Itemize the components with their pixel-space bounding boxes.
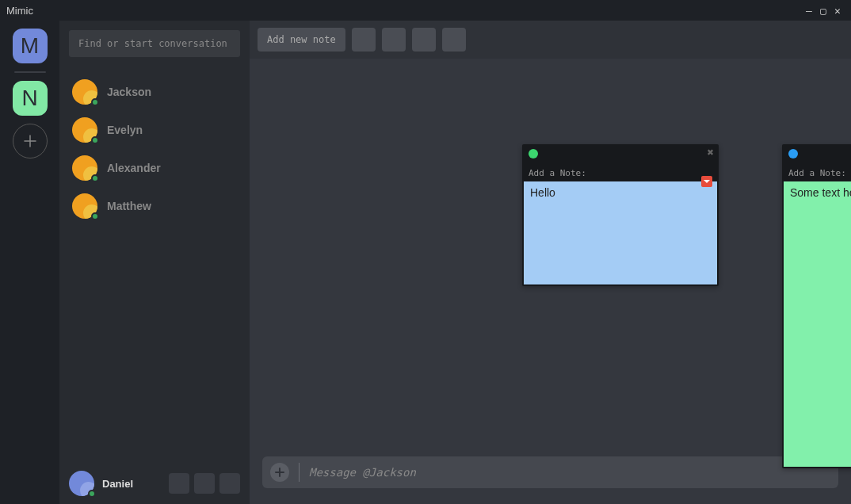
contact-item-matthew[interactable]: Matthew <box>59 187 250 225</box>
status-online-icon <box>91 98 99 106</box>
toolbar-button-4[interactable] <box>442 28 466 52</box>
toolbar: Add new note <box>250 21 851 59</box>
contact-name: Jackson <box>107 86 151 98</box>
status-online-icon <box>91 136 99 144</box>
plus-icon <box>275 468 284 477</box>
toolbar-button-1[interactable] <box>352 28 376 52</box>
note-label: Add a Note: <box>522 163 719 181</box>
contact-name: Evelyn <box>107 124 143 136</box>
note-header[interactable]: ✖ <box>522 144 719 163</box>
plus-icon <box>23 134 37 148</box>
server-divider <box>14 71 46 73</box>
server-badge-m[interactable]: M <box>13 29 48 63</box>
close-icon[interactable]: ✕ <box>830 5 845 17</box>
divider <box>299 463 300 482</box>
toolbar-button-3[interactable] <box>412 28 436 52</box>
note-color-dot-icon <box>529 149 538 158</box>
avatar <box>72 79 97 105</box>
contact-item-alexander[interactable]: Alexander <box>59 149 250 187</box>
sidebar-footer: Daniel <box>59 463 250 504</box>
status-online-icon <box>91 212 99 220</box>
add-note-button[interactable]: Add new note <box>258 28 345 52</box>
contact-name: Alexander <box>107 162 161 174</box>
avatar <box>72 155 97 181</box>
avatar <box>72 117 97 143</box>
toolbar-button-2[interactable] <box>382 28 406 52</box>
note-color-dot-icon <box>788 149 798 158</box>
status-online-icon <box>88 490 96 498</box>
maximize-icon[interactable]: ▢ <box>816 5 830 17</box>
note-header[interactable]: ✖ <box>782 144 851 163</box>
note-color-dropdown[interactable] <box>701 176 712 187</box>
contact-name: Matthew <box>107 200 151 212</box>
note-card[interactable]: ✖ Add a Note: Hello <box>522 144 719 286</box>
sidebar: Jackson Evelyn Alexander <box>59 21 250 504</box>
server-badge-n[interactable]: N <box>13 81 48 116</box>
note-textarea[interactable]: Some text here <box>784 181 851 467</box>
search-input[interactable] <box>69 30 240 57</box>
avatar <box>69 471 94 496</box>
note-label: Add a Note: <box>782 163 851 181</box>
main-area: Add new note ✖ Add a Note: Hello <box>250 21 851 504</box>
server-rail: M N <box>0 21 59 504</box>
minimize-icon[interactable]: — <box>802 5 816 17</box>
notes-canvas: ✖ Add a Note: Hello ✖ Add a Note: Some t… <box>250 59 851 445</box>
avatar <box>72 193 97 219</box>
contact-item-evelyn[interactable]: Evelyn <box>59 111 250 149</box>
message-bar <box>262 456 838 488</box>
contact-item-jackson[interactable]: Jackson <box>59 73 250 111</box>
status-online-icon <box>91 174 99 182</box>
footer-button-2[interactable] <box>194 473 215 494</box>
message-input[interactable] <box>309 466 830 479</box>
note-textarea[interactable]: Hello <box>524 181 717 284</box>
contact-list: Jackson Evelyn Alexander <box>59 67 250 463</box>
add-server-button[interactable] <box>13 124 48 158</box>
current-user-name: Daniel <box>102 478 161 490</box>
footer-button-1[interactable] <box>169 473 189 494</box>
window-title: Mimic <box>6 5 33 17</box>
titlebar: Mimic — ▢ ✕ <box>0 0 851 21</box>
note-close-icon[interactable]: ✖ <box>708 146 714 158</box>
note-card[interactable]: ✖ Add a Note: Some text here Red Green B… <box>782 144 851 468</box>
footer-button-3[interactable] <box>219 473 240 494</box>
attach-button[interactable] <box>270 463 289 482</box>
